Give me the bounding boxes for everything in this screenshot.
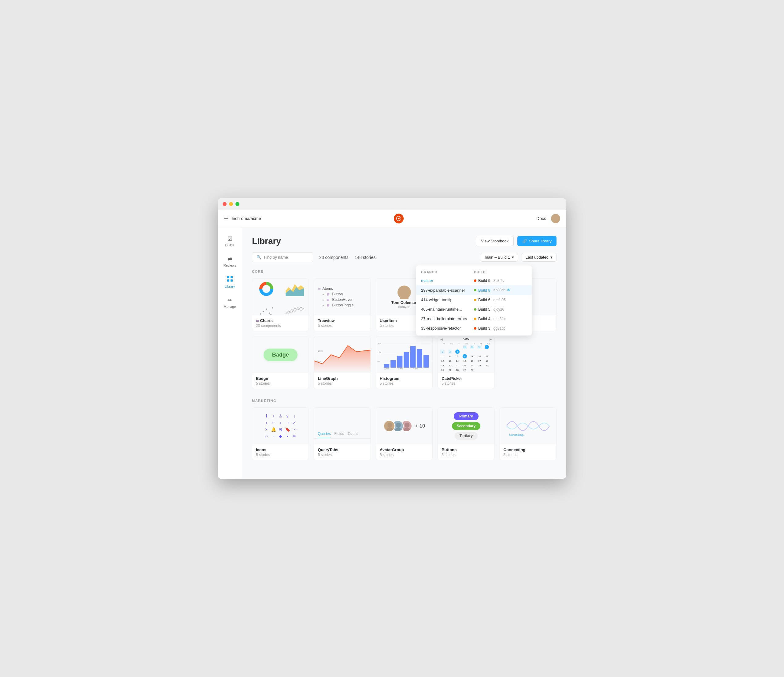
dropdown-row-runtime[interactable]: 465-maintain-runtime... Build 5 djoy26 xyxy=(416,304,532,314)
app-logo xyxy=(394,214,404,223)
close-button[interactable] xyxy=(222,202,227,206)
library-icon xyxy=(227,276,233,284)
card-footer-querytabs: QueryTabs 5 stories xyxy=(314,445,370,460)
card-datepicker[interactable]: ◀ AUG ▶ SuMoTuWeThFrSa 2930311 234 56789… xyxy=(437,336,495,389)
card-stories-avatargroup: 5 stories xyxy=(380,453,429,457)
icon-arrow-left: ← xyxy=(271,420,275,425)
card-stories-icons: 5 stories xyxy=(256,453,305,457)
toolbar: 🔍 23 components 148 stories main – Build… xyxy=(252,252,557,262)
minimize-button[interactable] xyxy=(229,202,233,206)
build-hash-refactor: gg31dc xyxy=(493,326,506,331)
view-storybook-button[interactable]: View Storybook xyxy=(476,236,514,246)
user-info: Tom Coleman domyen xyxy=(391,300,417,309)
svg-text:~25%: ~25% xyxy=(317,349,323,352)
svg-text:20ms: 20ms xyxy=(384,368,389,370)
icon-square1: ▱ xyxy=(265,434,268,438)
card-icons[interactable]: ℹ + ⚠ ∨ ↓ ‹ ← › → ✓ × 🔔 xyxy=(252,407,309,460)
share-library-button[interactable]: 🔗 Share library xyxy=(517,236,557,246)
card-stories-linegraph: 5 stories xyxy=(318,381,367,385)
svg-rect-36 xyxy=(423,355,429,368)
icon-times: × xyxy=(265,427,268,432)
dropdown-row-scanner[interactable]: 297-expandable-scanner Build 8 ab38dr 👁 xyxy=(416,285,532,295)
menu-icon[interactable]: ☰ xyxy=(224,216,228,222)
last-updated-selector[interactable]: Last updated ▾ xyxy=(522,253,557,262)
icon-arrow-right2: › xyxy=(280,420,281,425)
card-histogram[interactable]: 20k 15k 5k xyxy=(376,336,432,389)
dropdown-row-refactor[interactable]: 33-responsive-refactor Build 3 gg31dc xyxy=(416,323,532,333)
card-name-linegraph: LineGraph xyxy=(318,376,367,381)
card-preview-charts xyxy=(252,279,308,315)
build-label-runtime: Build 5 xyxy=(478,307,490,312)
build-info-scanner: Build 8 ab38dr 👁 xyxy=(474,288,527,293)
toolbar-right: main – Build 1 ▾ Last updated ▾ BRANCH B… xyxy=(481,253,557,262)
svg-point-43 xyxy=(395,427,402,432)
card-footer-icons: Icons 5 stories xyxy=(252,445,308,460)
svg-point-16 xyxy=(269,312,270,314)
user-avatar xyxy=(398,285,411,299)
svg-rect-6 xyxy=(230,279,233,282)
tab-fields[interactable]: Fields xyxy=(334,432,344,438)
dropdown-row-boilerplate[interactable]: 27-react-boilerplate-errors Build 4 mm3f… xyxy=(416,314,532,323)
card-avatargroup[interactable]: + 10 AvatarGroup 5 stories xyxy=(376,407,432,460)
card-name-treeview: Treeview xyxy=(318,318,367,323)
branch-selector[interactable]: main – Build 1 ▾ xyxy=(481,253,518,262)
build-label-tooltip: Build 6 xyxy=(478,298,490,302)
maximize-button[interactable] xyxy=(235,202,240,206)
build-label-refactor: Build 3 xyxy=(478,326,490,331)
card-badge[interactable]: Badge Badge 5 stories xyxy=(252,336,309,389)
icon-bookmark: 🔖 xyxy=(285,427,290,432)
card-footer-datepicker: DatePicker 5 stories xyxy=(438,373,494,389)
svg-rect-5 xyxy=(227,279,229,282)
dot-yellow-icon xyxy=(474,299,476,301)
tab-queries[interactable]: Queries xyxy=(318,432,331,438)
card-stories-badge: 5 stories xyxy=(256,381,305,385)
card-linegraph[interactable]: ~25% 15% LineGraph 5 stories xyxy=(314,336,370,389)
icon-diamond: ◆ xyxy=(279,434,282,438)
build-info-tooltip: Build 6 qmfu95 xyxy=(474,298,527,302)
svg-point-18 xyxy=(270,314,272,315)
icon-square2: ▫ xyxy=(273,434,274,438)
card-preview-avatargroup: + 10 xyxy=(376,408,432,445)
icon-chevdown2: ↓ xyxy=(294,413,296,418)
sidebar-item-reviews[interactable]: ⇌ Reviews xyxy=(219,253,240,270)
query-tabs: Queries Fields Count xyxy=(314,429,370,439)
topbar-right: Docs xyxy=(536,214,560,223)
titlebar xyxy=(218,198,566,210)
card-stories-treeview: 5 stories xyxy=(318,323,367,328)
card-treeview[interactable]: ▭ Atoms ▸ ⊞ Button ▸ ⊞ xyxy=(314,278,370,331)
search-box[interactable]: 🔍 xyxy=(252,252,313,262)
card-preview-badge: Badge xyxy=(252,336,308,373)
search-icon: 🔍 xyxy=(257,255,261,259)
card-name-connecting: Connecting xyxy=(504,448,552,452)
svg-text:15%: 15% xyxy=(317,360,322,363)
dropdown-row-tooltip[interactable]: 414-widget-tooltip Build 6 qmfu95 xyxy=(416,295,532,304)
chart-scatter xyxy=(252,300,280,315)
tree-atoms: ▭ Atoms xyxy=(318,286,367,292)
btn-primary-demo: Primary xyxy=(454,412,479,420)
card-connecting[interactable]: Connecting... Connecting 5 stories xyxy=(499,407,557,460)
dropdown-branch-header: BRANCH xyxy=(421,270,474,274)
avatar xyxy=(551,214,560,223)
badge-demo: Badge xyxy=(264,349,297,361)
sidebar-item-builds[interactable]: ☑ Builds xyxy=(219,232,240,250)
dropdown-row-master[interactable]: master Build 9 3d3f9v xyxy=(416,276,532,285)
card-name-badge: Badge xyxy=(256,376,305,381)
docs-link[interactable]: Docs xyxy=(536,216,546,221)
search-input[interactable] xyxy=(264,255,307,259)
svg-rect-34 xyxy=(410,346,416,368)
dropdown-build-header: BUILD xyxy=(474,270,527,274)
card-buttons[interactable]: Primary Secondary Tertiary Buttons 5 sto… xyxy=(437,407,495,460)
tab-count[interactable]: Count xyxy=(348,432,358,438)
chart-donut xyxy=(252,279,280,300)
dot-red-2-icon xyxy=(474,327,476,330)
build-hash-boilerplate: mm3fpr xyxy=(493,317,506,321)
sidebar-item-manage[interactable]: ✏ Manage xyxy=(219,294,240,312)
topbar: ☰ hichroma/acme Docs xyxy=(218,210,566,228)
card-charts[interactable]: ▭ Charts 20 components xyxy=(252,278,309,331)
svg-point-17 xyxy=(272,307,273,309)
sidebar: ☑ Builds ⇌ Reviews xyxy=(218,228,242,479)
card-querytabs[interactable]: Queries Fields Count QueryTabs 5 stories xyxy=(314,407,370,460)
sidebar-item-library[interactable]: Library xyxy=(219,273,240,292)
icon-plus: + xyxy=(272,413,275,418)
svg-rect-32 xyxy=(397,356,402,368)
